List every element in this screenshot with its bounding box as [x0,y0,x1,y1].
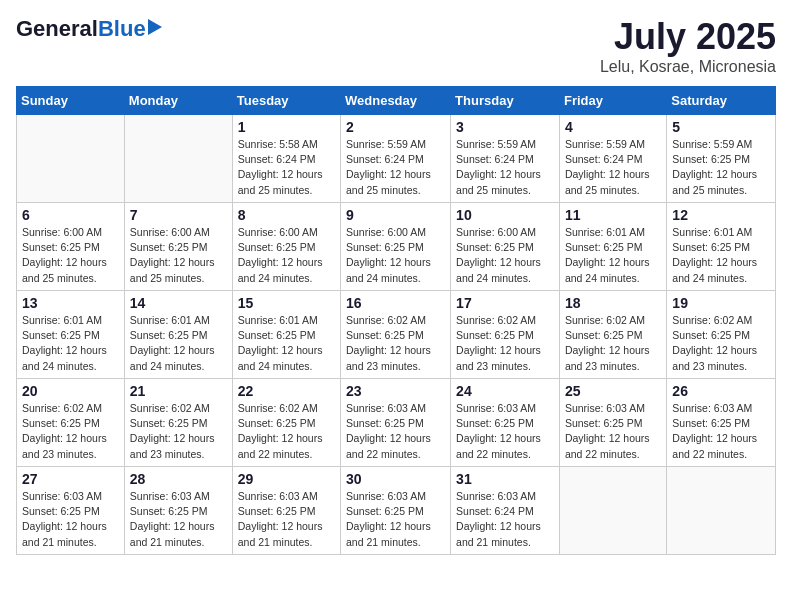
day-number: 1 [238,119,335,135]
logo-arrow-icon [148,19,162,35]
day-cell: 8Sunrise: 6:00 AM Sunset: 6:25 PM Daylig… [232,203,340,291]
header-cell-saturday: Saturday [667,87,776,115]
day-number: 22 [238,383,335,399]
header-cell-friday: Friday [559,87,666,115]
day-cell: 10Sunrise: 6:00 AM Sunset: 6:25 PM Dayli… [451,203,560,291]
day-info: Sunrise: 6:00 AM Sunset: 6:25 PM Dayligh… [456,225,554,286]
main-title: July 2025 [600,16,776,58]
day-cell: 19Sunrise: 6:02 AM Sunset: 6:25 PM Dayli… [667,291,776,379]
day-cell: 31Sunrise: 6:03 AM Sunset: 6:24 PM Dayli… [451,467,560,555]
day-cell: 4Sunrise: 5:59 AM Sunset: 6:24 PM Daylig… [559,115,666,203]
day-number: 24 [456,383,554,399]
day-cell: 1Sunrise: 5:58 AM Sunset: 6:24 PM Daylig… [232,115,340,203]
day-info: Sunrise: 6:00 AM Sunset: 6:25 PM Dayligh… [238,225,335,286]
day-info: Sunrise: 6:02 AM Sunset: 6:25 PM Dayligh… [346,313,445,374]
day-info: Sunrise: 6:01 AM Sunset: 6:25 PM Dayligh… [238,313,335,374]
day-number: 4 [565,119,661,135]
day-number: 26 [672,383,770,399]
day-number: 12 [672,207,770,223]
day-info: Sunrise: 5:59 AM Sunset: 6:25 PM Dayligh… [672,137,770,198]
day-cell: 17Sunrise: 6:02 AM Sunset: 6:25 PM Dayli… [451,291,560,379]
day-number: 11 [565,207,661,223]
day-info: Sunrise: 6:03 AM Sunset: 6:25 PM Dayligh… [346,401,445,462]
day-cell: 16Sunrise: 6:02 AM Sunset: 6:25 PM Dayli… [341,291,451,379]
day-number: 30 [346,471,445,487]
day-number: 5 [672,119,770,135]
calendar-table: SundayMondayTuesdayWednesdayThursdayFrid… [16,86,776,555]
day-number: 16 [346,295,445,311]
day-info: Sunrise: 6:03 AM Sunset: 6:25 PM Dayligh… [130,489,227,550]
header-cell-sunday: Sunday [17,87,125,115]
day-number: 7 [130,207,227,223]
header-row: SundayMondayTuesdayWednesdayThursdayFrid… [17,87,776,115]
day-info: Sunrise: 6:01 AM Sunset: 6:25 PM Dayligh… [130,313,227,374]
day-cell [124,115,232,203]
day-cell: 12Sunrise: 6:01 AM Sunset: 6:25 PM Dayli… [667,203,776,291]
day-number: 18 [565,295,661,311]
day-info: Sunrise: 6:02 AM Sunset: 6:25 PM Dayligh… [456,313,554,374]
day-info: Sunrise: 6:02 AM Sunset: 6:25 PM Dayligh… [672,313,770,374]
day-info: Sunrise: 6:03 AM Sunset: 6:25 PM Dayligh… [672,401,770,462]
day-number: 25 [565,383,661,399]
day-cell: 13Sunrise: 6:01 AM Sunset: 6:25 PM Dayli… [17,291,125,379]
day-info: Sunrise: 5:59 AM Sunset: 6:24 PM Dayligh… [346,137,445,198]
day-number: 17 [456,295,554,311]
day-info: Sunrise: 6:01 AM Sunset: 6:25 PM Dayligh… [22,313,119,374]
day-number: 27 [22,471,119,487]
day-cell: 26Sunrise: 6:03 AM Sunset: 6:25 PM Dayli… [667,379,776,467]
logo: General Blue [16,16,162,42]
day-number: 9 [346,207,445,223]
day-cell: 23Sunrise: 6:03 AM Sunset: 6:25 PM Dayli… [341,379,451,467]
day-info: Sunrise: 6:02 AM Sunset: 6:25 PM Dayligh… [130,401,227,462]
subtitle: Lelu, Kosrae, Micronesia [600,58,776,76]
day-cell: 29Sunrise: 6:03 AM Sunset: 6:25 PM Dayli… [232,467,340,555]
day-cell: 21Sunrise: 6:02 AM Sunset: 6:25 PM Dayli… [124,379,232,467]
day-info: Sunrise: 6:01 AM Sunset: 6:25 PM Dayligh… [672,225,770,286]
day-number: 31 [456,471,554,487]
day-info: Sunrise: 6:03 AM Sunset: 6:24 PM Dayligh… [456,489,554,550]
day-cell: 11Sunrise: 6:01 AM Sunset: 6:25 PM Dayli… [559,203,666,291]
day-number: 8 [238,207,335,223]
day-number: 13 [22,295,119,311]
day-info: Sunrise: 5:59 AM Sunset: 6:24 PM Dayligh… [456,137,554,198]
header-cell-monday: Monday [124,87,232,115]
week-row-1: 1Sunrise: 5:58 AM Sunset: 6:24 PM Daylig… [17,115,776,203]
day-number: 28 [130,471,227,487]
day-cell [667,467,776,555]
day-info: Sunrise: 6:03 AM Sunset: 6:25 PM Dayligh… [346,489,445,550]
day-cell: 24Sunrise: 6:03 AM Sunset: 6:25 PM Dayli… [451,379,560,467]
day-cell: 14Sunrise: 6:01 AM Sunset: 6:25 PM Dayli… [124,291,232,379]
day-cell: 30Sunrise: 6:03 AM Sunset: 6:25 PM Dayli… [341,467,451,555]
day-info: Sunrise: 6:02 AM Sunset: 6:25 PM Dayligh… [238,401,335,462]
day-number: 10 [456,207,554,223]
day-cell: 28Sunrise: 6:03 AM Sunset: 6:25 PM Dayli… [124,467,232,555]
day-number: 6 [22,207,119,223]
day-info: Sunrise: 6:00 AM Sunset: 6:25 PM Dayligh… [346,225,445,286]
day-number: 23 [346,383,445,399]
week-row-3: 13Sunrise: 6:01 AM Sunset: 6:25 PM Dayli… [17,291,776,379]
logo-general: General [16,16,98,42]
day-cell: 5Sunrise: 5:59 AM Sunset: 6:25 PM Daylig… [667,115,776,203]
day-cell: 27Sunrise: 6:03 AM Sunset: 6:25 PM Dayli… [17,467,125,555]
day-info: Sunrise: 5:58 AM Sunset: 6:24 PM Dayligh… [238,137,335,198]
day-info: Sunrise: 6:03 AM Sunset: 6:25 PM Dayligh… [456,401,554,462]
day-cell: 15Sunrise: 6:01 AM Sunset: 6:25 PM Dayli… [232,291,340,379]
day-info: Sunrise: 6:03 AM Sunset: 6:25 PM Dayligh… [22,489,119,550]
day-cell: 2Sunrise: 5:59 AM Sunset: 6:24 PM Daylig… [341,115,451,203]
header-cell-thursday: Thursday [451,87,560,115]
day-number: 3 [456,119,554,135]
day-number: 2 [346,119,445,135]
day-cell [17,115,125,203]
calendar-body: 1Sunrise: 5:58 AM Sunset: 6:24 PM Daylig… [17,115,776,555]
day-number: 19 [672,295,770,311]
day-cell: 25Sunrise: 6:03 AM Sunset: 6:25 PM Dayli… [559,379,666,467]
day-cell: 20Sunrise: 6:02 AM Sunset: 6:25 PM Dayli… [17,379,125,467]
day-info: Sunrise: 6:03 AM Sunset: 6:25 PM Dayligh… [565,401,661,462]
day-cell: 18Sunrise: 6:02 AM Sunset: 6:25 PM Dayli… [559,291,666,379]
day-number: 29 [238,471,335,487]
header-cell-tuesday: Tuesday [232,87,340,115]
day-info: Sunrise: 6:00 AM Sunset: 6:25 PM Dayligh… [130,225,227,286]
day-cell: 22Sunrise: 6:02 AM Sunset: 6:25 PM Dayli… [232,379,340,467]
logo-blue: Blue [98,16,146,42]
day-cell: 3Sunrise: 5:59 AM Sunset: 6:24 PM Daylig… [451,115,560,203]
